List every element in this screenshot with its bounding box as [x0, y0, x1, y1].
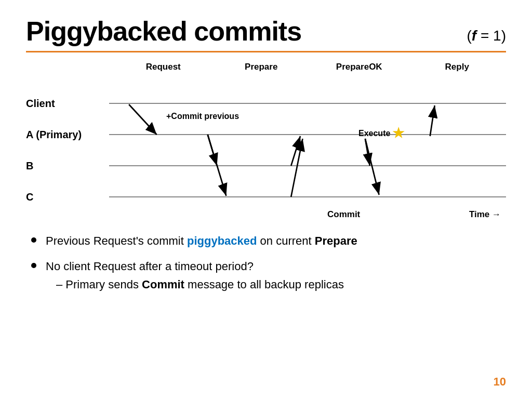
execute-text: Execute [358, 129, 390, 138]
row-label-b: B [26, 160, 109, 172]
row-line-c [109, 196, 506, 197]
page-number: 10 [494, 375, 506, 389]
label-commit: Commit [327, 209, 360, 220]
diagram: Request Prepare PrepareOK Reply Client A… [26, 62, 506, 223]
row-client: Client [26, 88, 506, 119]
label-time: Time → [469, 209, 501, 220]
row-line-client [109, 103, 506, 104]
row-line-b [109, 165, 506, 166]
label-execute: Execute ★ [358, 125, 404, 141]
col-request: Request [114, 62, 212, 72]
bullet-2: No client Request after a timeout period… [31, 259, 506, 293]
subtitle: (f = 1) [467, 28, 506, 44]
col-reply: Reply [408, 62, 507, 72]
col-prepare: Prepare [212, 62, 311, 72]
slide: Piggybacked commits (f = 1) Request Prep… [0, 0, 532, 399]
row-a-primary: A (Primary) [26, 119, 506, 150]
timeline-rows: Client A (Primary) B C [26, 88, 506, 212]
sub-bullet-2: – Primary sends Commit message to all ba… [56, 277, 506, 293]
slide-title: Piggybacked commits [26, 16, 301, 47]
col-prepareok: PrepareOK [310, 62, 408, 72]
highlight-commit: Commit [142, 278, 184, 291]
bullets-section: Previous Request's commit piggybacked on… [26, 233, 506, 292]
subtitle-f: f [472, 28, 476, 44]
highlight-piggybacked: piggybacked [187, 234, 257, 247]
bullet-1: Previous Request's commit piggybacked on… [31, 233, 506, 249]
row-label-client: Client [26, 98, 109, 110]
highlight-prepare: Prepare [315, 234, 357, 247]
execute-star: ★ [392, 125, 404, 141]
bullet-dot-1 [31, 237, 36, 243]
bullet-dot-2 [31, 263, 36, 268]
orange-divider [26, 51, 506, 52]
row-c: C [26, 181, 506, 212]
bullet-text-1: Previous Request's commit piggybacked on… [46, 233, 506, 249]
row-line-a [109, 134, 506, 135]
header: Piggybacked commits (f = 1) [26, 16, 506, 47]
row-label-c: C [26, 191, 109, 203]
row-b: B [26, 150, 506, 181]
row-label-a: A (Primary) [26, 129, 109, 141]
bullet-text-2: No client Request after a timeout period… [46, 259, 506, 293]
col-headers: Request Prepare PrepareOK Reply [114, 62, 506, 72]
label-commit-previous: +Commit previous [166, 112, 239, 121]
